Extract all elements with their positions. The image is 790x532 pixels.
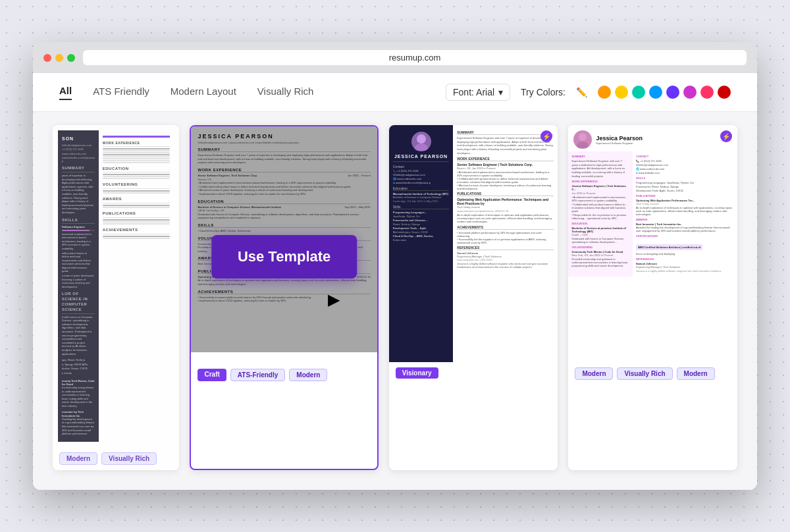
card1-tag-modern[interactable]: Modern <box>59 452 97 465</box>
card3-work-title: Work Experience <box>457 157 554 161</box>
window-controls <box>43 54 75 62</box>
card4-vol-date: New York, US, Jan 2022 to Present <box>571 253 629 257</box>
card1-ach-section: ACHIEVEMENTS <box>103 228 171 234</box>
card4-tag-visually[interactable]: Visually Rich <box>617 367 672 380</box>
card1-awards-section: AWARDS <box>103 197 171 203</box>
toolbar-right: Font: Arial ▾ Try Colors: ✏️ <box>446 84 731 101</box>
card3-skill1: Programming Languages – <box>393 211 450 214</box>
card4-name: Jessica Pearson <box>596 135 643 142</box>
card4-pub1-text: An in-depth exploration of techniques to… <box>636 206 734 216</box>
tab-ats-friendly[interactable]: ATS Friendly <box>93 86 149 99</box>
card3-linkedin: in www.linkedin.com/in/jessica-p <box>393 181 450 184</box>
card1-extra: app, React, Node.js n, Django, REST APIs… <box>62 358 95 375</box>
navigation-bar: All ATS Friendly Modern Layout Visually … <box>33 73 757 112</box>
pencil-icon[interactable]: ✏️ <box>576 87 587 97</box>
minimize-dot[interactable] <box>55 54 63 62</box>
templates-grid: SON hello@mailypearson.com +1 (512) 171-… <box>33 112 757 490</box>
card3-ach-title: Achievements <box>457 225 554 230</box>
svg-point-0 <box>417 134 426 144</box>
card4-work-label: WORK EXPERIENCE <box>571 180 629 183</box>
card3-name-center: JESSICA PEARSON <box>393 154 450 159</box>
card1-skill-desc2: with product teams to define technical r… <box>62 252 95 274</box>
card1-phone: +1 (512) 171-1241 <box>62 147 95 151</box>
tab-visually-rich[interactable]: Visually Rich <box>257 86 314 99</box>
font-selector[interactable]: Font: Arial ▾ <box>446 84 510 101</box>
svg-point-1 <box>415 144 428 151</box>
card3-ref1-contact: www.example.com | 555-0100 <box>457 258 554 261</box>
card3-ref-title: References <box>457 246 554 250</box>
card3-skill1-val: JavaScript, Python, Go <box>393 215 450 218</box>
card3-summary-title: Summary <box>457 130 554 135</box>
card4-ref-label: REFERENCES <box>636 257 734 261</box>
card1-cs-text: d with honors in Computer Science, speci… <box>62 315 95 356</box>
card1-contact: hello@mailypearson.com <box>62 144 95 147</box>
card4-job1-b1: • Architected and implemented a microser… <box>571 196 629 202</box>
swatch-blue[interactable] <box>649 86 662 99</box>
card1-website: www.codesonks.com <box>62 152 95 155</box>
card4-job1-b2: • Collaborated with product teams to def… <box>571 203 629 213</box>
template-card-4[interactable]: ⚡ <box>568 125 737 470</box>
card3-tag-visionary[interactable]: Visionary <box>396 367 438 379</box>
maximize-dot[interactable] <box>67 54 75 62</box>
card1-extra3: docker, Scrum, CI/CD <box>62 367 95 371</box>
swatch-yellow[interactable] <box>615 86 628 99</box>
cursor-icon: ▶ <box>328 290 340 309</box>
card4-contact-label: CONTACT <box>636 155 734 158</box>
card3-pub1-src: Tech Today Journal <box>457 205 554 209</box>
card4-tag-modern[interactable]: Modern <box>575 367 613 380</box>
card1-linkedin: www.linkedin.com/in/jessica-p <box>62 156 95 163</box>
card1-inv-title: nnovator by Tech Innovators Inc. <box>62 410 95 417</box>
swatch-magenta[interactable] <box>683 86 697 99</box>
browser-body: All ATS Friendly Modern Layout Visually … <box>33 73 757 490</box>
swatch-teal[interactable] <box>632 86 645 99</box>
card4-tag-modern2[interactable]: Modern <box>677 367 715 380</box>
card1-tag-visually[interactable]: Visually Rich <box>101 452 157 465</box>
close-dot[interactable] <box>43 54 51 62</box>
card4-cert1: AWS Certified Solutions Architect | cert… <box>636 244 702 250</box>
tab-all[interactable]: All <box>59 85 72 100</box>
card1-section-skills: Skills <box>62 218 95 225</box>
card4-header: Jessica Pearson Experienced Software Eng… <box>568 125 737 151</box>
svg-point-2 <box>579 133 587 141</box>
template-card-3[interactable]: JESSICA PEARSON Contact 📞 +1 (512) 171-1… <box>389 125 558 470</box>
card4-skills-dev: Development Tools: Agile, Scrum, CI/CD <box>636 189 734 192</box>
card4-edu-label: EDUCATION <box>571 222 629 225</box>
card2-tag-craft[interactable]: Craft <box>198 369 226 381</box>
swatch-red[interactable] <box>718 86 731 99</box>
card1-section-cs: lor of Science in Computer Science <box>62 292 95 313</box>
swatch-pink[interactable] <box>700 86 714 99</box>
card4-award1-text: Awarded for leading the development of a… <box>636 226 734 232</box>
card3-edu-degree: Bachelor of Science in Computer Science <box>393 196 450 199</box>
card4-photo <box>573 130 592 149</box>
card2-tag-modern[interactable]: Modern <box>289 369 327 381</box>
tab-modern-layout[interactable]: Modern Layout <box>171 86 236 99</box>
card1-vol-title: munity Tech Mentor, Code for Good <box>62 379 95 386</box>
card3-ach1: • Increased platform performance by 24% … <box>457 231 554 238</box>
card3-tags: Visionary <box>389 362 558 384</box>
chevron-down-icon: ▾ <box>498 87 503 97</box>
swatch-orange[interactable] <box>598 86 611 99</box>
swatch-purple[interactable] <box>666 86 679 99</box>
card4-vol-label: VOLUNTEERING <box>571 246 629 249</box>
use-template-button[interactable]: Use Template <box>211 235 357 279</box>
card4-edu-text: Graduated with honors in Computer Scienc… <box>571 237 629 244</box>
card3-job1-b3: • Mentored a team of junior developers, … <box>457 184 554 190</box>
svg-point-3 <box>577 142 589 148</box>
card1-vol-lines <box>103 190 171 194</box>
card3-job1-loc: Boston, US, Jan 2019 to Present <box>457 167 554 170</box>
card1-extra2: n, Django, REST APIs <box>62 363 95 367</box>
card4-contact-phone: 📞 +1 (512) 171-1241 <box>636 159 734 163</box>
card4-body: SUMMARY Experienced Software Engineer wi… <box>568 151 737 277</box>
url-bar[interactable]: resumup.com <box>83 50 747 65</box>
card3-edu-date: Cambridge, US, Apr 2011 to May 2015 <box>393 200 450 203</box>
card4-awards-label: AWARDS <box>636 218 734 221</box>
card1-section-summary: Summary <box>62 166 95 173</box>
card3-skill3: Development Tools – Agile <box>393 226 450 230</box>
card4-title-role: Experienced Software Engineer <box>596 142 643 145</box>
card2-tag-ats[interactable]: ATS-Friendly <box>230 369 285 381</box>
card4-summary-label: SUMMARY <box>571 155 629 158</box>
template-card-2[interactable]: JESSICA PEARSON hello@mailypearson.com |… <box>190 125 378 470</box>
template-card-1[interactable]: SON hello@mailypearson.com +1 (512) 171-… <box>53 125 179 470</box>
card4-pubs-label: PUBLICATIONS <box>636 194 734 198</box>
card1-skill-desc: naval and implemented a microservices-ba… <box>62 232 95 251</box>
